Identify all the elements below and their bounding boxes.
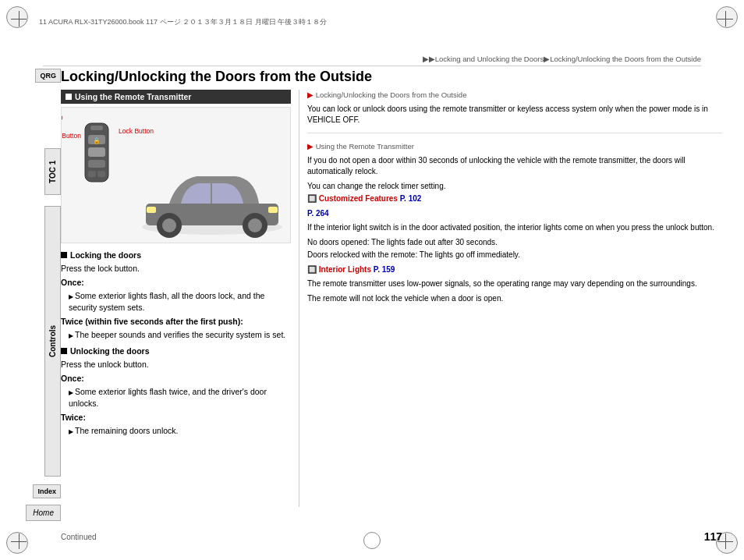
svg-rect-4 <box>88 147 105 157</box>
right-para6: The remote transmitter uses low-power si… <box>307 278 722 290</box>
customized-features-link[interactable]: Customized Features <box>319 194 398 203</box>
file-info: 11 ACURA RLX-31TY26000.book 117 ページ ２０１３… <box>39 17 705 27</box>
right-section-1-title: ▶ Locking/Unlocking the Doors from the O… <box>307 90 722 101</box>
remote-transmitter-area: 🔒 LED Unlock Button <box>69 112 124 199</box>
right-link2: P. 264 <box>307 208 722 220</box>
right-para7: The remote will not lock the vehicle whe… <box>307 293 722 305</box>
unlocking-twice-title: Twice: <box>61 412 291 424</box>
unlocking-twice-text: The remaining doors unlock. <box>61 425 291 437</box>
right-para5: Doors relocked with the remote: The ligh… <box>307 250 722 261</box>
main-content: Locking/Unlocking the Doors from the Out… <box>61 69 722 517</box>
left-text-content: Locking the doors Press the lock button.… <box>61 250 291 437</box>
page-title-bar: Locking/Unlocking the Doors from the Out… <box>61 69 722 85</box>
sidebar-item-index[interactable]: Index <box>33 484 61 498</box>
svg-point-12 <box>162 218 176 232</box>
svg-rect-5 <box>88 160 105 168</box>
sidebar-item-home[interactable]: Home <box>26 505 61 521</box>
right-column: ▶ Locking/Unlocking the Doors from the O… <box>307 90 722 507</box>
unlock-button-label: Unlock Button <box>61 132 81 140</box>
sidebar-item-toc[interactable]: TOC 1 <box>44 148 61 195</box>
interior-lights-link[interactable]: Interior Lights <box>319 265 371 274</box>
page-bottom: Continued 117 <box>61 530 722 543</box>
right-link3: 🔲 Interior Lights P. 159 <box>307 264 722 276</box>
right-links-1: 🔲 Customized Features P. 102 <box>307 193 722 205</box>
locking-title: Locking the doors <box>61 250 291 261</box>
svg-point-14 <box>248 218 262 232</box>
right-section-1: ▶ Locking/Unlocking the Doors from the O… <box>307 90 722 133</box>
locking-once-text: Some exterior lights flash, all the door… <box>61 290 291 313</box>
content-columns: Using the Remote Transmitter <box>61 90 722 507</box>
link2-page[interactable]: P. 264 <box>307 209 329 218</box>
led-label: LED <box>61 114 63 122</box>
unlocking-once-title: Once: <box>61 373 291 385</box>
locking-twice-text: The beeper sounds and verifies the secur… <box>61 329 291 341</box>
locking-twice-title: Twice (within five seconds after the fir… <box>61 316 291 328</box>
svg-rect-7 <box>97 171 105 177</box>
svg-rect-15 <box>147 207 156 213</box>
svg-text:🔒: 🔒 <box>93 136 101 144</box>
header-square-icon <box>66 94 72 100</box>
section-header: Using the Remote Transmitter <box>61 90 291 104</box>
sidebar-item-qrg[interactable]: QRG <box>35 69 61 83</box>
right-para2: You can change the relock timer setting. <box>307 181 722 193</box>
locking-square-icon <box>61 252 67 258</box>
right-para4: No doors opened: The lights fade out aft… <box>307 237 722 249</box>
right-section-2: ▶ Using the Remote Transmitter If you do… <box>307 141 722 310</box>
page-title: Locking/Unlocking the Doors from the Out… <box>61 69 372 85</box>
continued-text: Continued <box>61 533 97 541</box>
crosshair-tl <box>11 11 27 27</box>
unlocking-title: Unlocking the doors <box>61 346 291 357</box>
unlocking-square-icon <box>61 348 67 354</box>
car-svg <box>134 149 290 243</box>
locking-once-title: Once: <box>61 277 291 289</box>
car-image-placeholder: 🔒 LED Unlock Button <box>62 108 290 243</box>
link3-page[interactable]: P. 159 <box>374 265 395 274</box>
locking-instruction: Press the lock button. <box>61 263 291 275</box>
link1-page[interactable]: P. 102 <box>400 194 422 203</box>
lock-button-label: Lock Button <box>119 127 154 135</box>
column-separator <box>299 90 299 507</box>
breadcrumb: ▶▶Locking and Unlocking the Doors▶Lockin… <box>43 55 701 66</box>
section-title: Using the Remote Transmitter <box>75 92 191 101</box>
car-image-area: 🔒 LED Unlock Button <box>61 107 291 243</box>
car-svg-area <box>134 149 290 243</box>
unlocking-once-text: Some exterior lights flash twice, and th… <box>61 386 291 409</box>
svg-rect-1 <box>90 126 103 130</box>
unlocking-instruction: Press the unlock button. <box>61 359 291 370</box>
crosshair-bl <box>11 533 27 549</box>
right-section-1-text: You can lock or unlock doors using the r… <box>307 104 722 126</box>
svg-rect-16 <box>268 207 278 213</box>
crosshair-tr <box>717 11 733 27</box>
sidebar: QRG TOC 1 Controls Index Home <box>14 69 61 521</box>
right-section-2-title: ▶ Using the Remote Transmitter <box>307 141 722 152</box>
page-number: 117 <box>704 530 722 543</box>
right-para1: If you do not open a door within 30 seco… <box>307 155 722 178</box>
right-para3: If the interior light switch is in the d… <box>307 222 722 234</box>
remote-transmitter-svg: 🔒 <box>69 112 124 197</box>
svg-rect-6 <box>88 171 96 177</box>
sidebar-item-controls[interactable]: Controls <box>44 206 61 477</box>
left-column: Using the Remote Transmitter <box>61 90 291 507</box>
